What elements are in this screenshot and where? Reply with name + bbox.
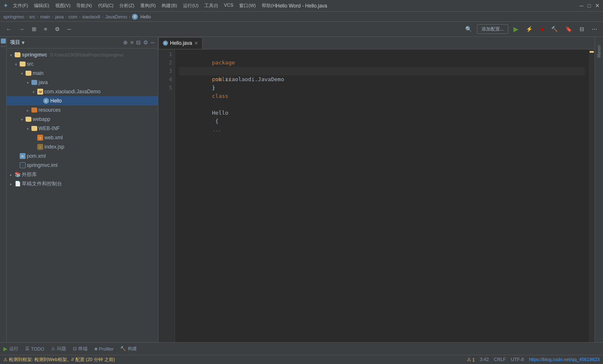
menu-build[interactable]: 构建(B) [162,3,177,9]
back-button[interactable]: ← [3,25,14,33]
breadcrumb-javademo[interactable]: JavaDemo [105,14,127,19]
right-sidebar-strip[interactable]: Maven [595,37,603,342]
minimize-button[interactable]: ─ [580,3,583,9]
tree-item-src[interactable]: ▾ src [7,59,158,69]
add-config-button[interactable]: 添加配置... [477,24,508,34]
tree-item-scratches[interactable]: ▸ 📄 草稿文件和控制台 [7,179,158,188]
menu-code[interactable]: 代码(C) [98,3,113,9]
settings-button[interactable]: ⚙ [52,25,62,33]
breadcrumb-src[interactable]: src [29,14,36,19]
problems-label[interactable]: 问题 [57,346,66,352]
menu-view[interactable]: 视图(V) [55,3,71,9]
tree-item-java[interactable]: ▾ java [7,78,158,87]
more-button[interactable]: ⋯ [589,25,600,33]
status-link[interactable]: https://blog.csdn.net/qq_45619623 [529,357,600,362]
close-panel-button[interactable]: ─ [65,25,74,33]
todo-tool-button[interactable]: ☰ TODO [25,346,44,351]
tab-close-button[interactable]: ✕ [194,41,198,46]
xml-file-icon: x [37,135,43,141]
breadcrumb-main[interactable]: main [40,14,50,19]
menu-navigate[interactable]: 导航(N) [76,3,92,9]
menu-bar[interactable]: 文件(F) 编辑(E) 视图(V) 导航(N) 代码(C) 分析(Z) 重构(R… [13,3,277,9]
editor-body[interactable]: 1 2 3 4 5 package com.xiaolaodi.JavaDemo… [158,49,595,342]
package-icon: 📦 [37,89,43,95]
terminal-tool-button[interactable]: ⊡ 终端 [73,346,88,352]
tab-label: Hello.java [170,40,192,46]
terminal-label[interactable]: 终端 [78,346,88,352]
status-line-separator[interactable]: CRLF [494,357,506,362]
tree-item-pomxml[interactable]: m pom.xml [7,151,158,161]
tree-item-iml[interactable]: i springmvc.iml [7,161,158,170]
maven-label[interactable]: Maven [597,45,601,58]
run-tool-button[interactable]: ▶ 运行 [3,346,18,352]
toolbar-right[interactable]: 🔍 添加配置... ▶ ⚡ ■ 🔨 🔖 ⊟ ⋯ [463,24,600,34]
breadcrumb-java[interactable]: java [55,14,64,19]
project-panel: 项目 ▾ ⊕ ≡ ⊟ ⚙ ─ ▾ springmvc D:\Users\2363… [7,37,158,342]
tree-item-resources[interactable]: ▸ resources [7,105,158,115]
menu-file[interactable]: 文件(F) [13,3,28,9]
collapse-all-button[interactable]: ≡ [41,25,50,33]
panel-actions[interactable]: ⊕ ≡ ⊟ ⚙ ─ [123,39,155,46]
problems-tool-button[interactable]: ⚠ 问题 [51,346,66,352]
forward-button[interactable]: → [16,25,27,33]
panel-close-button[interactable]: ─ [151,39,155,46]
menu-analyze[interactable]: 分析(Z) [119,3,134,9]
tree-item-hello[interactable]: C Hello [7,96,158,105]
tree-label: resources [39,107,61,113]
tree-item-webxml[interactable]: x web.xml [7,133,158,142]
status-warning-count: ⚠ 1 [467,357,475,362]
fold-marker[interactable]: ... [213,126,221,134]
menu-vcs[interactable]: VCS [224,3,234,9]
panel-dropdown-icon[interactable]: ▾ [22,40,24,46]
tree-item-main[interactable]: ▾ main [7,69,158,78]
run-label[interactable]: 运行 [9,346,18,352]
panel-filter-button[interactable]: ⊟ [136,39,141,46]
code-editor[interactable]: package com.xiaolaodi.JavaDemo ; public … [175,49,589,342]
tree-item-indexjsp[interactable]: j index.jsp [7,142,158,151]
expand-icon: ▾ [33,90,36,93]
toolbar: ← → ⊞ ≡ ⚙ ─ 🔍 添加配置... ▶ ⚡ ■ 🔨 🔖 ⊟ ⋯ [0,22,603,37]
panel-collapse-button[interactable]: ≡ [130,39,134,46]
expand-all-button[interactable]: ⊞ [29,25,39,33]
collapse-icon: ▸ [10,173,13,176]
panel-add-button[interactable]: ⊕ [123,39,128,46]
profiler-tool-button[interactable]: ◈ Profiler [94,346,114,351]
build-button[interactable]: 🔨 [549,25,560,33]
maximize-button[interactable]: □ [588,3,591,9]
menu-run[interactable]: 运行(U) [183,3,198,9]
bookmark-button[interactable]: 🔖 [563,25,575,33]
menu-refactor[interactable]: 重构(R) [140,3,156,9]
breadcrumb-springmvc[interactable]: springmvc [3,14,24,19]
menu-window[interactable]: 窗口(W) [239,3,256,9]
layout-button[interactable]: ⊟ [577,25,587,33]
tree-item-webapp[interactable]: ▾ webapp [7,115,158,124]
menu-edit[interactable]: 编辑(E) [34,3,49,9]
menu-tools[interactable]: 工具(I) [204,3,218,9]
breadcrumb-hello[interactable]: Hello [140,14,151,19]
tree-label: 外部库 [22,171,37,178]
code-line-3: public class Hello { ... [179,67,585,75]
build-label[interactable]: 构建 [128,346,137,352]
tab-hello-java[interactable]: C Hello.java ✕ [158,37,203,49]
status-encoding[interactable]: UTF-8 [511,357,524,362]
close-button[interactable]: ✕ [595,3,600,9]
tree-item-extlibs[interactable]: ▸ 📚 外部库 [7,170,158,179]
tree-item-package[interactable]: ▾ 📦 com.xiaolaodi.JavaDemo [7,87,158,96]
todo-label[interactable]: TODO [31,346,44,351]
window-controls[interactable]: ─ □ ✕ [580,3,600,9]
status-line-col[interactable]: 3:42 [480,357,489,362]
search-everywhere-button[interactable]: 🔍 [463,25,474,33]
breadcrumb-xiaolaodi[interactable]: xiaolaodi [82,14,100,19]
stop-button[interactable]: ■ [538,25,546,33]
panel-settings-button[interactable]: ⚙ [143,39,148,46]
profiler-label[interactable]: Profiler [99,346,114,351]
tree-item-springmvc[interactable]: ▾ springmvc D:\Users\23638\IdeaProjects\… [7,50,158,59]
build-tool-button[interactable]: 🔨 构建 [120,346,137,352]
structure-button[interactable] [1,38,6,44]
debug-button[interactable]: ⚡ [523,25,535,33]
menu-help[interactable]: 帮助(H) [262,3,277,9]
breadcrumb-com[interactable]: com [69,14,77,19]
run-button[interactable]: ▶ [511,24,521,34]
tree-item-webinf[interactable]: ▾ WEB-INF [7,124,158,133]
title-bar-left: ✦ 文件(F) 编辑(E) 视图(V) 导航(N) 代码(C) 分析(Z) 重构… [3,3,277,9]
